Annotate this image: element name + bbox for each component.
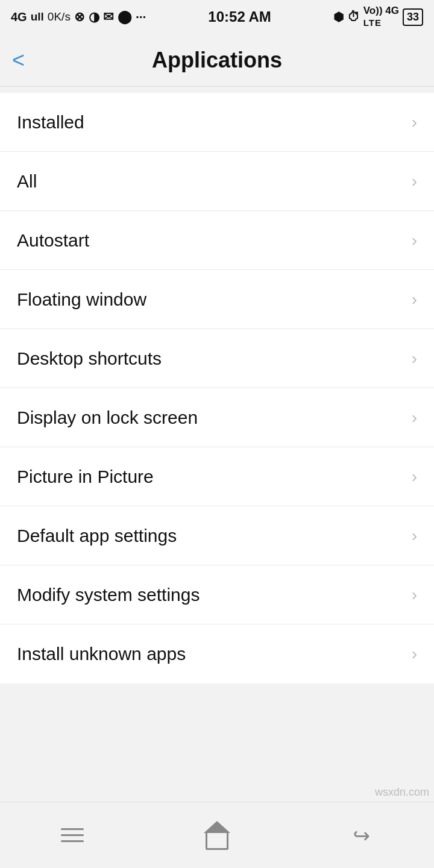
list-item-label: Floating window xyxy=(17,289,146,310)
menu-nav-button[interactable] xyxy=(48,817,96,854)
list-item[interactable]: Installed› xyxy=(0,93,434,152)
icon-circle1: ⊗ xyxy=(74,10,85,24)
list-item-label: Display on lock screen xyxy=(17,407,198,428)
battery-indicator: 33 xyxy=(403,8,423,26)
list-item[interactable]: Picture in Picture› xyxy=(0,447,434,506)
bottom-navigation: ↩ xyxy=(0,802,434,868)
watermark: wsxdn.com xyxy=(375,786,429,799)
page-title: Applications xyxy=(152,48,282,73)
status-bar-time: 10:52 AM xyxy=(208,8,271,25)
back-button[interactable]: < xyxy=(12,49,25,71)
chevron-right-icon: › xyxy=(412,349,417,368)
list-item-label: Autostart xyxy=(17,230,89,251)
list-item-label: Default app settings xyxy=(17,526,177,546)
home-nav-button[interactable] xyxy=(193,817,241,854)
list-item-label: Picture in Picture xyxy=(17,467,154,487)
list-item[interactable]: Modify system settings› xyxy=(0,565,434,624)
list-item[interactable]: Autostart› xyxy=(0,211,434,270)
status-bar-right: ⬢ ⏱ Vo)) 4GLTE 33 xyxy=(333,5,423,29)
hamburger-icon xyxy=(61,828,84,842)
icon-dots: ··· xyxy=(136,10,146,24)
list-item-label: All xyxy=(17,171,37,192)
back-nav-icon: ↩ xyxy=(353,823,370,848)
list-item[interactable]: Desktop shortcuts› xyxy=(0,329,434,388)
icon-mail: ✉ xyxy=(103,10,114,24)
list-item-label: Install unknown apps xyxy=(17,644,186,664)
signal-bars: ull xyxy=(31,10,44,24)
chevron-right-icon: › xyxy=(412,231,417,250)
page-header: < Applications xyxy=(0,34,434,87)
list-item[interactable]: Default app settings› xyxy=(0,506,434,565)
list-item-label: Desktop shortcuts xyxy=(17,348,162,369)
chevron-right-icon: › xyxy=(412,290,417,309)
chevron-right-icon: › xyxy=(412,408,417,427)
network-speed: 0K/s xyxy=(48,10,71,24)
chevron-right-icon: › xyxy=(412,172,417,191)
chevron-right-icon: › xyxy=(412,526,417,546)
status-bar-left: 4G ull 0K/s ⊗ ◑ ✉ ⬤ ··· xyxy=(11,10,146,24)
chevron-right-icon: › xyxy=(412,467,417,486)
clock-icon: ⏱ xyxy=(347,10,360,24)
lte-label: Vo)) 4GLTE xyxy=(363,5,399,29)
chevron-right-icon: › xyxy=(412,585,417,605)
list-item[interactable]: Display on lock screen› xyxy=(0,388,434,447)
status-bar: 4G ull 0K/s ⊗ ◑ ✉ ⬤ ··· 10:52 AM ⬢ ⏱ Vo)… xyxy=(0,0,434,34)
list-item-label: Installed xyxy=(17,112,84,133)
bluetooth-icon: ⬢ xyxy=(333,10,344,24)
icon-circle2: ◑ xyxy=(89,10,99,24)
content-area: Installed›All›Autostart›Floating window›… xyxy=(0,87,434,802)
chevron-right-icon: › xyxy=(412,644,417,664)
list-item[interactable]: Install unknown apps› xyxy=(0,624,434,684)
chevron-right-icon: › xyxy=(412,113,417,132)
list-item-label: Modify system settings xyxy=(17,585,200,605)
list-item[interactable]: Floating window› xyxy=(0,270,434,329)
back-nav-button[interactable]: ↩ xyxy=(338,817,386,854)
icon-mic: ⬤ xyxy=(118,10,132,24)
menu-section: Installed›All›Autostart›Floating window›… xyxy=(0,93,434,684)
list-item[interactable]: All› xyxy=(0,152,434,211)
network-signal: 4G xyxy=(11,10,27,24)
